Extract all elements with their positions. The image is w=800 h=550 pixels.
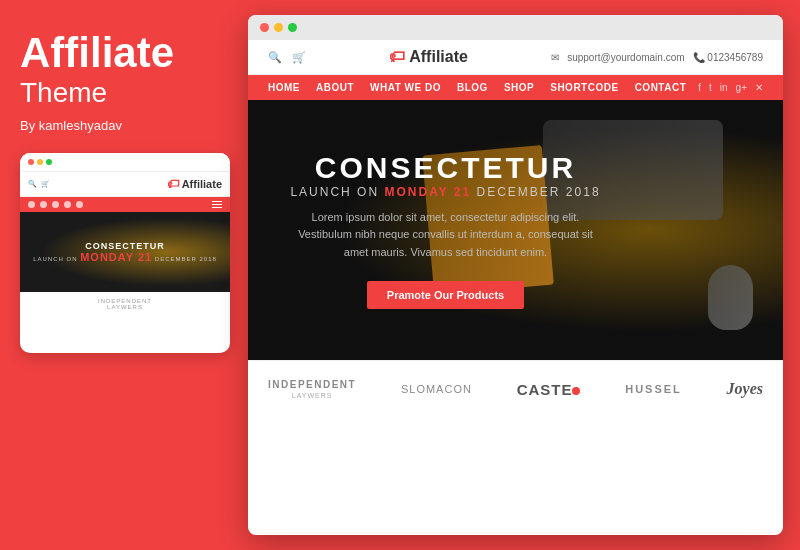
site-cart-icon[interactable]: 🛒 [292, 51, 306, 64]
mobile-social-t [40, 201, 47, 208]
hero-launch-post: DECEMBER 2018 [477, 185, 601, 199]
mobile-hero-highlight: MONDAY 21 [80, 251, 152, 263]
mobile-window-dots [28, 159, 52, 165]
brand-hussel: HUSSEL [625, 383, 682, 395]
social-x[interactable]: ✕ [755, 82, 763, 93]
site-nav: HOME ABOUT WHAT WE DO BLOG SHOP SHORTCOD… [248, 75, 783, 100]
mobile-top-bar [20, 153, 230, 172]
mobile-logo: 🏷 Affiliate [167, 177, 222, 191]
browser-chrome [248, 15, 783, 40]
mobile-hamburger[interactable] [212, 201, 222, 208]
hamburger-line-3 [212, 207, 222, 208]
hero-cta-button[interactable]: Pramote Our Products [367, 281, 524, 309]
hero-title: CONSECTETUR [315, 151, 576, 185]
nav-what-we-do[interactable]: WHAT WE DO [370, 82, 441, 93]
mobile-cart-icon: 🛒 [41, 180, 50, 188]
site-search-icon[interactable]: 🔍 [268, 51, 282, 64]
left-panel: Affiliate Theme By kamleshyadav 🔍 🛒 🏷 Af… [20, 30, 230, 353]
support-email: support@yourdomain.com [567, 52, 684, 63]
nav-contact[interactable]: CONTACT [635, 82, 687, 93]
mobile-hero: CONSECTETUR LAUNCH ON MONDAY 21 DECEMBER… [20, 212, 230, 292]
browser-dot-red [260, 23, 269, 32]
hero-launch-highlight: MONDAY 21 [384, 185, 471, 199]
hero-launch-pre: LAUNCH ON [290, 185, 379, 199]
mobile-bottom-line2: LAYWERS [26, 304, 224, 310]
brands-bar: INDEPENDENT LAYWERS SLOMACON CASTE HUSSE… [248, 360, 783, 417]
social-twitter[interactable]: t [709, 82, 712, 93]
social-google[interactable]: g+ [736, 82, 747, 93]
site-header-left: 🔍 🛒 [268, 51, 306, 64]
hero-subtitle: LAUNCH ON MONDAY 21 DECEMBER 2018 [290, 185, 600, 199]
support-email-icon: ✉ [551, 52, 559, 63]
site-nav-social: f t in g+ ✕ [698, 82, 763, 93]
brand-independent-sub: LAYWERS [292, 392, 333, 399]
mobile-header-icons: 🔍 🛒 [28, 180, 50, 188]
nav-shop[interactable]: SHOP [504, 82, 534, 93]
hamburger-line-1 [212, 201, 222, 202]
site-header: 🔍 🛒 🏷 Affiliate ✉ support@yourdomain.com… [248, 40, 783, 75]
support-phone: 📞 0123456789 [693, 52, 763, 63]
brand-slomacon-name: SLOMACON [401, 383, 472, 395]
theme-label: Theme [20, 76, 230, 110]
brand-hussel-name: HUSSEL [625, 383, 682, 395]
brand-joyes: Joyes [727, 380, 763, 398]
nav-shortcode[interactable]: SHORTCODE [550, 82, 618, 93]
social-facebook[interactable]: f [698, 82, 701, 93]
brand-independent-name: INDEPENDENT [268, 379, 356, 390]
mobile-social-f [28, 201, 35, 208]
mobile-dot-red [28, 159, 34, 165]
mobile-hero-text: CONSECTETUR LAUNCH ON MONDAY 21 DECEMBER… [28, 241, 222, 263]
mobile-nav-social [28, 201, 83, 208]
brand-independent: INDEPENDENT LAYWERS [268, 379, 356, 399]
mobile-launch-pre: LAUNCH ON [33, 256, 77, 262]
mobile-preview: 🔍 🛒 🏷 Affiliate [20, 153, 230, 353]
social-instagram[interactable]: in [720, 82, 728, 93]
brand-casted-dot [572, 387, 580, 395]
brand-casted-name: CASTE [517, 381, 581, 398]
site-logo-text: Affiliate [409, 48, 468, 66]
nav-about[interactable]: ABOUT [316, 82, 354, 93]
mobile-hero-launch: LAUNCH ON MONDAY 21 DECEMBER 2018 [28, 251, 222, 263]
mobile-logo-icon: 🏷 [167, 177, 179, 191]
mobile-social-v [52, 201, 59, 208]
mobile-social-plus [76, 201, 83, 208]
hero-content: CONSECTETUR LAUNCH ON MONDAY 21 DECEMBER… [248, 100, 783, 360]
site-logo: 🏷 Affiliate [389, 48, 468, 66]
theme-name: Affiliate [20, 30, 230, 76]
site-hero: CONSECTETUR LAUNCH ON MONDAY 21 DECEMBER… [248, 100, 783, 360]
hero-description: Lorem ipsum dolor sit amet, consectetur … [286, 209, 606, 262]
mobile-header: 🔍 🛒 🏷 Affiliate [20, 172, 230, 197]
nav-home[interactable]: HOME [268, 82, 300, 93]
author-name: By kamleshyadav [20, 118, 230, 133]
mobile-dot-green [46, 159, 52, 165]
site-logo-icon: 🏷 [389, 48, 405, 66]
browser-dot-yellow [274, 23, 283, 32]
hamburger-line-2 [212, 204, 222, 205]
brand-slomacon: SLOMACON [401, 383, 472, 395]
mobile-social-g [64, 201, 71, 208]
brand-casted: CASTE [517, 381, 581, 398]
mobile-nav [20, 197, 230, 212]
mobile-logo-text: Affiliate [182, 178, 222, 190]
browser-dot-green [288, 23, 297, 32]
mobile-bottom: INDEPENDENT LAYWERS [20, 292, 230, 316]
mobile-launch-post: DECEMBER 2018 [155, 256, 217, 262]
nav-blog[interactable]: BLOG [457, 82, 488, 93]
mobile-hero-title: CONSECTETUR [28, 241, 222, 251]
mobile-search-icon: 🔍 [28, 180, 37, 188]
brand-joyes-name: Joyes [727, 380, 763, 398]
site-header-right: ✉ support@yourdomain.com 📞 0123456789 [551, 52, 763, 63]
site-nav-links: HOME ABOUT WHAT WE DO BLOG SHOP SHORTCOD… [268, 82, 686, 93]
mobile-dot-yellow [37, 159, 43, 165]
browser-preview: 🔍 🛒 🏷 Affiliate ✉ support@yourdomain.com… [248, 15, 783, 535]
